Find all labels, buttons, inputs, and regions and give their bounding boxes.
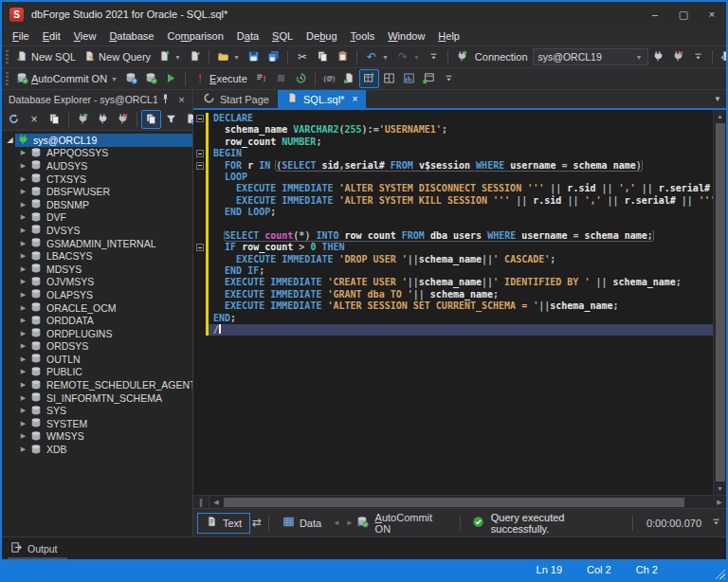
fold-marker-icon[interactable] bbox=[193, 242, 206, 253]
tree-item-dvsys[interactable]: ▶DVSYS bbox=[2, 224, 192, 237]
code-line-4[interactable]: BEGIN bbox=[193, 148, 713, 159]
code-line-15[interactable]: EXECUTE IMMEDIATE 'CREATE USER '||schema… bbox=[193, 277, 713, 288]
collapse-arrow-icon[interactable]: ▶ bbox=[18, 265, 28, 273]
new-connection-button[interactable] bbox=[73, 110, 93, 129]
collapse-arrow-icon[interactable]: ▶ bbox=[18, 162, 28, 170]
connection-select[interactable]: sys@ORCL19▼ bbox=[533, 48, 648, 65]
tree-item-lbacsys[interactable]: ▶LBACSYS bbox=[2, 249, 192, 263]
pin-icon[interactable] bbox=[157, 93, 173, 107]
tree-item-dbsfwuser[interactable]: ▶DBSFWUSER bbox=[2, 185, 192, 198]
menu-data[interactable]: Data bbox=[230, 28, 265, 44]
tree-item-ojvmsys[interactable]: ▶OJVMSYS bbox=[2, 276, 192, 289]
code-line-16[interactable]: EXECUTE IMMEDIATE 'GRANT dba TO '|| sche… bbox=[193, 289, 713, 300]
close-panel-icon[interactable]: × bbox=[173, 94, 190, 105]
editor-vertical-scrollbar[interactable]: ▲ ▼ bbox=[713, 110, 726, 495]
scroll-left-arrow-icon[interactable]: ◀ bbox=[209, 499, 223, 506]
horizontal-scroll-track[interactable] bbox=[223, 496, 713, 508]
disconnect-button[interactable] bbox=[668, 47, 688, 66]
collapse-arrow-icon[interactable]: ▶ bbox=[18, 368, 28, 375]
tree-item-audsys[interactable]: ▶AUDSYS bbox=[2, 159, 192, 173]
collapse-arrow-icon[interactable]: ▶ bbox=[18, 188, 28, 195]
new-data-window-button[interactable] bbox=[419, 69, 439, 88]
rollback-button[interactable] bbox=[141, 69, 161, 88]
menu-comparison[interactable]: Comparison bbox=[160, 28, 229, 44]
tree-item-gsmadmin_internal[interactable]: ▶GSMADMIN_INTERNAL bbox=[2, 237, 192, 250]
toolbar-options-button[interactable] bbox=[424, 47, 444, 66]
menu-sql[interactable]: SQL bbox=[265, 28, 300, 44]
scroll-up-arrow-icon[interactable]: ▲ bbox=[714, 110, 726, 122]
refresh-button[interactable] bbox=[4, 110, 24, 129]
filter-button[interactable] bbox=[161, 110, 181, 129]
minimize-button[interactable]: – bbox=[641, 2, 669, 27]
scroll-right-arrow-icon[interactable]: ▶ bbox=[713, 499, 726, 506]
collapse-arrow-icon[interactable]: ▶ bbox=[18, 149, 28, 156]
autocommit-status-label[interactable]: AutoCommit ON bbox=[375, 512, 448, 535]
code-line-18[interactable]: END; bbox=[193, 313, 713, 324]
new-file-button[interactable] bbox=[185, 47, 205, 66]
connect-button[interactable] bbox=[93, 110, 113, 129]
code-line-5[interactable]: FOR r IN (SELECT sid,serial# FROM v$sess… bbox=[193, 160, 713, 172]
menu-file[interactable]: File bbox=[6, 28, 36, 44]
execute-script-button[interactable]: !Execute bbox=[190, 69, 251, 88]
tab-start-page[interactable]: Start Page bbox=[194, 90, 278, 108]
new-connection-button[interactable] bbox=[452, 47, 472, 66]
collapse-arrow-icon[interactable]: ▶ bbox=[18, 317, 28, 324]
editor-horizontal-scrollbar[interactable]: ∥ ◀ ▶ bbox=[193, 495, 726, 508]
save-all-button[interactable] bbox=[264, 47, 283, 66]
tree-item-olapsys[interactable]: ▶OLAPSYS bbox=[2, 288, 192, 301]
code-line-10[interactable] bbox=[193, 219, 713, 230]
horizontal-scroll-thumb[interactable] bbox=[224, 498, 684, 507]
maximize-button[interactable]: ▢ bbox=[669, 2, 698, 27]
tree-item-appqossys[interactable]: ▶APPQOSSYS bbox=[2, 147, 192, 160]
stop-button[interactable] bbox=[271, 69, 291, 88]
close-button[interactable]: × bbox=[698, 2, 726, 27]
toolbar-grip[interactable] bbox=[6, 72, 9, 86]
code-line-6[interactable]: LOOP bbox=[193, 172, 713, 183]
collapse-arrow-icon[interactable]: ▶ bbox=[18, 227, 28, 234]
collapse-arrow-icon[interactable]: ▶ bbox=[18, 213, 28, 221]
code-line-17[interactable]: EXECUTE IMMEDIATE 'ALTER SESSION SET CUR… bbox=[193, 300, 713, 312]
collapse-arrow-icon[interactable]: ▶ bbox=[18, 446, 28, 453]
collapse-arrow-icon[interactable]: ▶ bbox=[18, 304, 28, 312]
duplicate-button[interactable] bbox=[45, 110, 64, 129]
code-line-8[interactable]: EXECUTE IMMEDIATE 'ALTER SYSTEM KILL SES… bbox=[193, 195, 713, 207]
execute-button[interactable] bbox=[161, 69, 181, 88]
code-line-19[interactable]: / bbox=[193, 324, 713, 336]
tree-item-outln[interactable]: ▶OUTLN bbox=[2, 353, 192, 366]
text-view-tab[interactable]: Text bbox=[197, 513, 250, 534]
toolbar-grip[interactable] bbox=[6, 50, 9, 64]
collapse-arrow-icon[interactable]: ▶ bbox=[18, 381, 28, 389]
tree-item-oracle_ocm[interactable]: ▶ORACLE_OCM bbox=[2, 301, 192, 315]
results-overflow-icon[interactable] bbox=[710, 516, 722, 530]
edit-connections-button[interactable] bbox=[717, 47, 728, 66]
tree-item-ordsys[interactable]: ▶ORDSYS bbox=[2, 340, 192, 354]
tree-item-sys[interactable]: ▶SYS bbox=[2, 404, 192, 417]
prev-result-icon[interactable]: ◂ bbox=[330, 517, 343, 529]
menu-view[interactable]: View bbox=[67, 28, 103, 44]
delete-button[interactable]: × bbox=[24, 110, 45, 129]
code-line-11[interactable]: SELECT count(*) INTO row_count FROM dba_… bbox=[193, 230, 713, 242]
tree-item-ctxsys[interactable]: ▶CTXSYS bbox=[2, 173, 192, 186]
collapse-arrow-icon[interactable]: ▶ bbox=[18, 175, 28, 183]
collapse-arrow-icon[interactable]: ▶ bbox=[18, 420, 28, 427]
splitter-handle-icon[interactable]: ∥ bbox=[193, 496, 209, 508]
new-query-button[interactable]: New Query bbox=[80, 47, 155, 66]
collapse-arrow-icon[interactable]: ▶ bbox=[18, 342, 28, 350]
tree-item-ordplugins[interactable]: ▶ORDPLUGINS bbox=[2, 327, 192, 340]
data-view-tab[interactable]: Data bbox=[274, 513, 330, 534]
export-command-button[interactable] bbox=[339, 69, 359, 88]
code-line-1[interactable]: DECLARE bbox=[193, 113, 713, 124]
tab-sql-sql-[interactable]: SQL.sql*× bbox=[278, 90, 366, 108]
vertical-scroll-thumb[interactable] bbox=[716, 123, 725, 482]
collapse-arrow-icon[interactable]: ▶ bbox=[18, 201, 28, 209]
commit-button[interactable] bbox=[121, 69, 141, 88]
resize-grip[interactable] bbox=[713, 567, 725, 579]
tree-item-system[interactable]: ▶SYSTEM bbox=[2, 417, 192, 430]
code-line-3[interactable]: row_count NUMBER; bbox=[193, 136, 713, 148]
swap-view-icon[interactable]: ⇄ bbox=[250, 517, 264, 529]
open-file-button[interactable]: ▼ bbox=[213, 47, 244, 66]
new-sql-button[interactable]: New SQL bbox=[12, 47, 80, 66]
tree-item-orddata[interactable]: ▶ORDDATA bbox=[2, 314, 192, 327]
new-document-button[interactable]: ▼ bbox=[155, 47, 185, 66]
code-line-12[interactable]: IF row_count > 0 THEN bbox=[193, 242, 713, 253]
